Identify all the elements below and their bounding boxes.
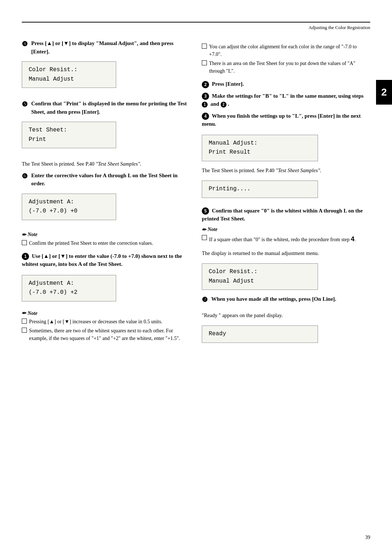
body-text-4: "Ready " appears on the panel display. [202,311,370,320]
header-title: Adjusting the Color Registration [309,25,370,31]
step-6-block: ❻ Enter the corrective values for A thro… [22,171,189,225]
note-right-item-1: You can adjust the color alignment for e… [202,43,370,58]
lcd-box-ready: Ready [202,325,318,343]
step-6-heading: ❻ Enter the corrective values for A thro… [22,171,189,188]
checkbox-icon-r2 [202,60,207,65]
checkbox-icon-1 [22,240,27,245]
step-7-block: ❼ When you have made all the settings, p… [202,295,370,305]
note-item-1-1: Confirm the printed Test Sheet to enter … [22,239,189,247]
lcd-adj2-line1: Adjustment A: [29,279,109,288]
pencil-icon-3: ✏ [202,227,206,233]
lcd-adj-line2: (-7.0 +7.0) +0 [29,207,109,216]
pencil-icon-2: ✏ [22,310,26,316]
circle-2: 2 [202,81,209,88]
circle-3: 3 [202,93,209,100]
body-text-1: The Test Sheet is printed. See P.40 "Tes… [22,160,189,168]
lcd-box-adjustment-a2: Adjustment A: (-7.0 +7.0) +2 [22,275,116,301]
note-item-2-1: Pressing [▲] or [▼] increases or decreas… [22,318,189,325]
lcd-box-color-resist-2: Color Resist.: Manual Adjust [202,263,318,290]
step-5-text: Confirm that "Print" is displayed in the… [31,100,189,116]
step-6-num: ❻ [22,171,30,181]
checkbox-icon-r1 [202,44,207,49]
note-label-2: ✏ Note [22,310,189,316]
body-text-3: The display is returned to the manual ad… [202,249,370,258]
lcd-box-test-sheet: Test Sheet: Print [22,122,116,148]
substep-3-text: Make the settings for "B" to "L" in the … [202,93,364,107]
substep-2-text: Press [Enter]. [212,81,244,87]
header-line: Adjusting the Color Registration [22,22,370,31]
circle-5: 5 [202,207,209,215]
step-7-text: When you have made all the settings, pre… [211,295,336,303]
lcd-ma-line2: Print Result [209,148,311,157]
lcd-ts-line2: Print [29,135,109,145]
note-item-3-1: If a square other than "0" is the whites… [202,234,370,244]
lcd-line1: Color Resist.: [29,65,109,75]
substep-5-right: 5 Confirm that square "0" is the whitest… [202,207,370,223]
lcd-cr2-line2: Manual Adjust [209,277,311,286]
lcd-cr2-line1: Color Resist.: [209,267,311,277]
side-tab: 2 [376,80,392,105]
step-4-text: Press [▲] or [▼] to display "Manual Adju… [31,39,189,56]
step-7-heading: ❼ When you have made all the settings, p… [202,295,370,305]
lcd-adj-line1: Adjustment A: [29,198,109,207]
lcd-ready-line1: Ready [209,329,311,339]
lcd-ts-line1: Test Sheet: [29,126,109,135]
substep-1: 1 Use [▲] or [▼] to enter the value (-7.… [22,252,189,268]
lcd-box-printing: Printing.... [202,181,318,198]
step-4-block: ❹ Press [▲] or [▼] to display "Manual Ad… [22,39,189,93]
note-section-1: ✏ Note Confirm the printed Test Sheet to… [22,232,189,247]
circle-1: 1 [22,253,29,260]
step-5-block: ❺ Confirm that "Print" is displayed in t… [22,100,189,153]
substep-1-text: Use [▲] or [▼] to enter the value (-7.0 … [22,253,182,267]
lcd-printing-line1: Printing.... [209,185,311,194]
note-section-3: ✏ Note If a square other than "0" is the… [202,227,370,244]
body-text-2: The Test Sheet is printed. See P.40 "Tes… [202,166,370,175]
step-4-num: ❹ [22,39,30,49]
substep-4: 4 When you finish the settings up to "L"… [202,112,370,128]
lcd-ma-line1: Manual Adjust: [209,139,311,148]
substep-5-text: Confirm that square "0" is the whitest w… [202,208,363,222]
step-7-num: ❼ [202,295,210,305]
lcd-adj2-line2: (-7.0 +7.0) +2 [29,288,109,297]
page-number: 39 [365,535,370,540]
note-label-1: ✏ Note [22,232,189,238]
two-col-layout: ❹ Press [▲] or [▼] to display "Manual Ad… [22,39,370,348]
lcd-box-manual-adjust: Manual Adjust: Print Result [202,135,318,161]
substep-4-text: When you finish the settings up to "L", … [202,113,361,127]
note-section-2: ✏ Note Pressing [▲] or [▼] increases or … [22,310,189,342]
lcd-box-adjustment-a: Adjustment A: (-7.0 +7.0) +0 [22,194,116,220]
lcd-line2: Manual Adjust [29,75,109,84]
note-3-text: If a square other than "0" is the whites… [209,234,356,244]
circle-4: 4 [202,113,209,120]
note-right-1: You can adjust the color alignment for e… [202,43,370,75]
checkbox-icon-2-2 [22,328,27,333]
lcd-box-color-resist: Color Resist.: Manual Adjust [22,61,116,88]
substep-2: 2 Press [Enter]. [202,80,370,88]
left-column: ❹ Press [▲] or [▼] to display "Manual Ad… [22,39,189,348]
step-6-text: Enter the corrective values for A throug… [31,171,189,188]
step-5-num: ❺ [22,100,30,109]
right-column: You can adjust the color alignment for e… [202,39,370,348]
note-right-item-2: There is an area on the Test Sheet for y… [202,60,370,75]
step-5-heading: ❺ Confirm that "Print" is displayed in t… [22,100,189,116]
checkbox-icon-2-1 [22,319,27,324]
step-4-heading: ❹ Press [▲] or [▼] to display "Manual Ad… [22,39,189,56]
substep-3: 3 Make the settings for "B" to "L" in th… [202,92,370,108]
note-item-2-2: Sometimes, there are two of the whitest … [22,327,189,342]
checkbox-icon-3-1 [202,235,207,240]
page-container: Adjusting the Color Registration 2 ❹ Pre… [0,0,392,555]
pencil-icon-1: ✏ [22,232,26,238]
note-label-3: ✏ Note [202,227,370,233]
